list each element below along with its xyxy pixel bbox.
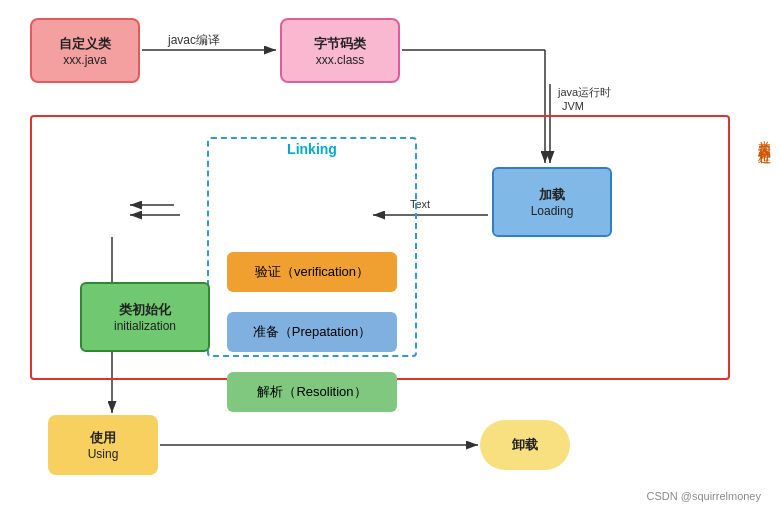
custom-class-box: 自定义类 xxx.java [30, 18, 140, 83]
loading-box: 加载 Loading [492, 167, 612, 237]
using-en: Using [88, 447, 119, 461]
side-label: 类加载三个过程 [755, 130, 773, 144]
preparation-box: 准备（Prepatation） [227, 312, 397, 352]
resolution-label: 解析（Resolition） [257, 383, 366, 401]
diagram: javac编译 java运行时 JVM Text 自定义类 xxx.java 字… [0, 0, 781, 506]
svg-text:java运行时: java运行时 [557, 86, 611, 98]
watermark: CSDN @squirrelmoney [647, 490, 761, 502]
bytecode-zh: 字节码类 [314, 35, 366, 53]
loading-zh: 加载 [539, 186, 565, 204]
jvm-container: Linking 验证（verification） 准备（Prepatation）… [30, 115, 730, 380]
svg-text:javac编译: javac编译 [167, 33, 220, 47]
preparation-label: 准备（Prepatation） [253, 323, 372, 341]
custom-class-en: xxx.java [63, 53, 106, 67]
unloading-zh: 卸载 [512, 436, 538, 454]
verification-label: 验证（verification） [255, 263, 369, 281]
bytecode-class-box: 字节码类 xxx.class [280, 18, 400, 83]
linking-title: Linking [207, 141, 417, 157]
init-en: initialization [114, 319, 176, 333]
initialization-box: 类初始化 initialization [80, 282, 210, 352]
svg-text:JVM: JVM [562, 100, 584, 112]
custom-class-zh: 自定义类 [59, 35, 111, 53]
using-zh: 使用 [90, 429, 116, 447]
loading-en: Loading [531, 204, 574, 218]
unloading-box: 卸载 [480, 420, 570, 470]
init-zh: 类初始化 [119, 301, 171, 319]
resolution-box: 解析（Resolition） [227, 372, 397, 412]
bytecode-en: xxx.class [316, 53, 365, 67]
verification-box: 验证（verification） [227, 252, 397, 292]
using-box: 使用 Using [48, 415, 158, 475]
